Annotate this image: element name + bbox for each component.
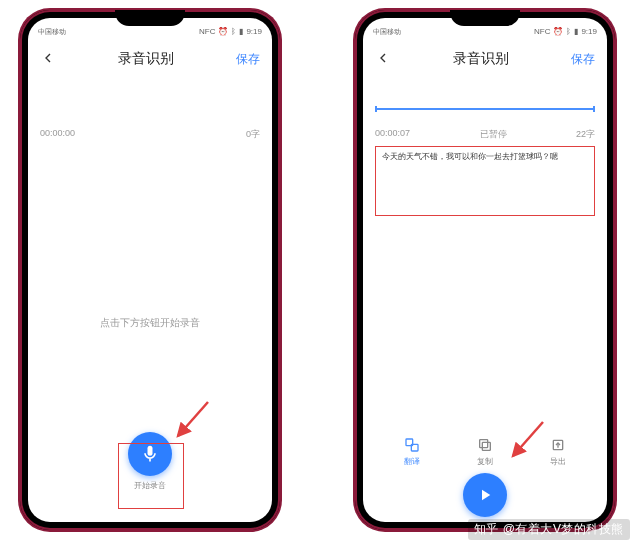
play-button[interactable] — [463, 473, 507, 517]
carrier-label: 中国移动 — [373, 28, 401, 35]
notch — [115, 10, 185, 26]
copy-label: 复制 — [477, 456, 493, 467]
action-row: 翻译 复制 导出 — [363, 436, 607, 467]
arrow-left — [170, 400, 210, 440]
translate-label: 翻译 — [404, 456, 420, 467]
translate-button[interactable]: 翻译 — [403, 436, 421, 467]
svg-rect-5 — [480, 440, 488, 448]
batt-icon: ▮ — [239, 27, 243, 36]
export-button[interactable]: 导出 — [549, 436, 567, 467]
clock: 9:19 — [246, 27, 262, 36]
char-count: 0字 — [246, 128, 260, 141]
back-button[interactable] — [375, 50, 391, 69]
meta-row: 00:00:07 已暂停 22字 — [375, 128, 595, 141]
copy-icon — [476, 436, 494, 454]
meta-row: 00:00:00 0字 — [40, 128, 260, 141]
nfc-icon: NFC — [534, 27, 550, 36]
body-right: 00:00:07 已暂停 22字 今天的天气不错，我可以和你一起去打篮球吗？嗯 … — [363, 76, 607, 522]
copy-button[interactable]: 复制 — [476, 436, 494, 467]
screen-right: 中国移动 NFC ⏰ ᛒ ▮ 9:19 录音识别 保存 00:00:07 已暂停… — [363, 18, 607, 522]
elapsed-time: 00:00:00 — [40, 128, 75, 141]
header: 录音识别 保存 — [363, 42, 607, 76]
translate-icon — [403, 436, 421, 454]
bt-icon: ᛒ — [231, 27, 236, 36]
watermark: 知乎 @有着大V梦的科技熊 — [468, 519, 630, 540]
export-icon — [549, 436, 567, 454]
status-label: 已暂停 — [480, 128, 507, 141]
alarm-icon: ⏰ — [553, 27, 563, 36]
transcript-text: 今天的天气不错，我可以和你一起去打篮球吗？嗯 — [382, 152, 558, 161]
elapsed-time: 00:00:07 — [375, 128, 410, 141]
bottom-bar: 翻译 复制 导出 — [363, 432, 607, 522]
back-button[interactable] — [40, 50, 56, 69]
bt-icon: ᛒ — [566, 27, 571, 36]
svg-line-9 — [513, 422, 543, 456]
highlight-box-left — [118, 443, 184, 509]
page-title: 录音识别 — [391, 50, 571, 68]
notch — [450, 10, 520, 26]
progress-line — [375, 108, 595, 110]
batt-icon: ▮ — [574, 27, 578, 36]
phone-frame-right: 中国移动 NFC ⏰ ᛒ ▮ 9:19 录音识别 保存 00:00:07 已暂停… — [355, 10, 615, 530]
clock: 9:19 — [581, 27, 597, 36]
export-label: 导出 — [550, 456, 566, 467]
carrier-label: 中国移动 — [38, 28, 66, 35]
nfc-icon: NFC — [199, 27, 215, 36]
page-title: 录音识别 — [56, 50, 236, 68]
hint-text: 点击下方按钮开始录音 — [28, 316, 272, 330]
char-count: 22字 — [576, 128, 595, 141]
svg-marker-8 — [482, 490, 490, 501]
header: 录音识别 保存 — [28, 42, 272, 76]
save-button[interactable]: 保存 — [236, 51, 260, 68]
transcript-box: 今天的天气不错，我可以和你一起去打篮球吗？嗯 — [375, 146, 595, 216]
save-button[interactable]: 保存 — [571, 51, 595, 68]
alarm-icon: ⏰ — [218, 27, 228, 36]
svg-line-1 — [178, 402, 208, 436]
arrow-right — [505, 420, 545, 460]
svg-rect-4 — [482, 442, 490, 450]
